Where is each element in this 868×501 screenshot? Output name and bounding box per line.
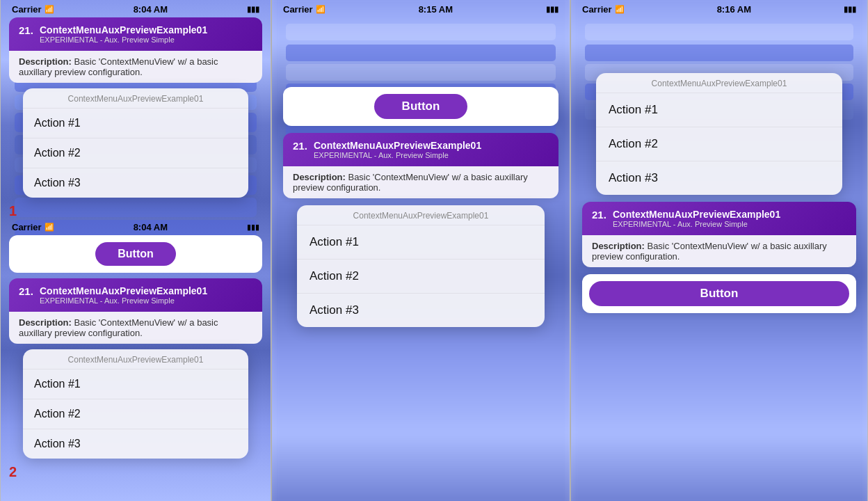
carrier-text-3: Carrier [582, 4, 612, 15]
button-2[interactable]: Button [374, 94, 468, 119]
section-label-2: 2 [9, 464, 17, 479]
time-label-2: 8:15 AM [419, 4, 453, 15]
button-container-2: Button [283, 87, 558, 126]
status-bar-1: Carrier 📶 8:04 AM ▮▮▮ [1, 0, 271, 17]
context-menu-2: ContextMenuAuxPreviewExample01 Action #1… [297, 205, 545, 327]
context-menu-item-3t-2[interactable]: Action #2 [596, 127, 842, 161]
header-title-2: ContextMenuAuxPreviewExample01 [314, 140, 481, 151]
context-menu-item-1-3[interactable]: Action #3 [23, 168, 248, 198]
time-label-1: 8:04 AM [134, 4, 168, 15]
context-menu-item-3t-3[interactable]: Action #3 [596, 161, 842, 195]
carrier-label-1: Carrier 📶 [12, 4, 54, 15]
status-bar-2: Carrier 📶 8:15 AM ▮▮▮ [272, 0, 570, 17]
context-menu-item-1-1[interactable]: Action #1 [23, 108, 248, 138]
battery-icon-1b: ▮▮▮ [247, 223, 259, 232]
context-menu-1: ContextMenuAuxPreviewExample01 Action #1… [23, 88, 248, 198]
carrier-text-1b: Carrier [12, 222, 42, 232]
context-menu-item-1b-1[interactable]: Action #1 [23, 369, 248, 399]
context-menu-item-3t-1[interactable]: Action #1 [596, 93, 842, 127]
context-menu-item-1-2[interactable]: Action #2 [23, 138, 248, 168]
button-1b[interactable]: Button [95, 242, 176, 266]
header-card-2: 21. ContextMenuAuxPreviewExample01 EXPER… [283, 133, 558, 198]
header-number-2: 21. [293, 140, 310, 152]
context-menu-title-1b: ContextMenuAuxPreviewExample01 [23, 349, 248, 369]
button-3[interactable]: Button [589, 281, 849, 306]
status-bar-1b: Carrier 📶 8:04 AM ▮▮▮ [1, 219, 271, 235]
header-subtitle-1b: EXPERIMENTAL - Aux. Preview Simple [40, 296, 207, 305]
context-menu-item-2-3[interactable]: Action #3 [297, 293, 545, 327]
phone-2: Carrier 📶 8:15 AM ▮▮▮ Button 21. Context… [271, 0, 570, 501]
context-menu-item-1b-3[interactable]: Action #3 [23, 429, 248, 459]
wifi-icon-3: 📶 [615, 5, 625, 14]
context-menu-title-1: ContextMenuAuxPreviewExample01 [23, 88, 248, 108]
battery-icon-2: ▮▮▮ [546, 5, 558, 14]
context-menu-title-3-top: ContextMenuAuxPreviewExample01 [596, 73, 842, 93]
header-title-1: ContextMenuAuxPreviewExample01 [40, 24, 207, 35]
desc-label-1: Description: [19, 56, 72, 67]
carrier-text-2: Carrier [283, 4, 313, 15]
header-number-3: 21. [592, 209, 609, 221]
header-number-1b: 21. [19, 285, 35, 297]
context-menu-item-2-2[interactable]: Action #2 [297, 259, 545, 293]
battery-icon-1: ▮▮▮ [247, 5, 259, 14]
context-menu-title-2: ContextMenuAuxPreviewExample01 [297, 205, 545, 225]
context-menu-item-1b-2[interactable]: Action #2 [23, 399, 248, 429]
context-menu-3-top: ContextMenuAuxPreviewExample01 Action #1… [596, 73, 842, 195]
wifi-icon-1: 📶 [45, 5, 54, 14]
battery-icons-1: ▮▮▮ [247, 5, 259, 14]
wifi-icon-1b: 📶 [45, 223, 54, 232]
desc-label-2: Description: [293, 172, 346, 182]
time-label-1b: 8:04 AM [134, 222, 168, 232]
header-subtitle-2: EXPERIMENTAL - Aux. Preview Simple [314, 151, 481, 159]
header-card-1b: 21. ContextMenuAuxPreviewExample01 EXPER… [9, 278, 262, 344]
time-label-3: 8:16 AM [717, 4, 751, 15]
phone-1: Carrier 📶 8:04 AM ▮▮▮ 21. ContextMenuAux… [0, 0, 271, 501]
desc-label-3: Description: [592, 241, 645, 251]
wifi-icon-2: 📶 [316, 5, 326, 14]
header-card-3: 21. ContextMenuAuxPreviewExample01 EXPER… [582, 202, 856, 267]
header-number-1: 21. [19, 24, 35, 36]
header-title-1b: ContextMenuAuxPreviewExample01 [40, 285, 207, 296]
header-card-1: 21. ContextMenuAuxPreviewExample01 EXPER… [9, 17, 262, 83]
desc-label-1b: Description: [19, 317, 72, 328]
button-container-1b: Button [9, 235, 262, 273]
context-menu-1b: ContextMenuAuxPreviewExample01 Action #1… [23, 349, 248, 459]
context-menu-item-2-1[interactable]: Action #1 [297, 225, 545, 259]
status-bar-3: Carrier 📶 8:16 AM ▮▮▮ [571, 0, 867, 17]
section-label-1: 1 [9, 203, 17, 218]
battery-icon-3: ▮▮▮ [844, 5, 856, 14]
header-title-3: ContextMenuAuxPreviewExample01 [613, 209, 780, 220]
button-container-3: Button [582, 274, 856, 313]
header-subtitle-3: EXPERIMENTAL - Aux. Preview Simple [613, 220, 780, 228]
header-subtitle-1: EXPERIMENTAL - Aux. Preview Simple [40, 35, 207, 44]
phone-3: Carrier 📶 8:16 AM ▮▮▮ ContextMenuAuxPrev… [570, 0, 868, 501]
carrier-text-1: Carrier [12, 4, 42, 15]
